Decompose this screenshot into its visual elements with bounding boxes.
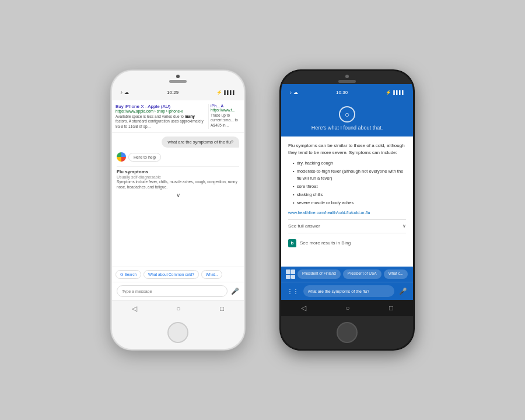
- cortana-suggestions: President of Finland President of USA Wh…: [281, 267, 413, 282]
- back-nav-black[interactable]: ◁: [301, 304, 306, 312]
- time-black: 10:30: [336, 90, 348, 95]
- cortana-tagline: Here's what I found about that.: [288, 125, 406, 131]
- see-full-label: See full answer: [288, 223, 320, 230]
- assistant-label: Here to help: [128, 153, 161, 162]
- status-bar-white: ♪☁ 10:29 ⚡▌▌▌▌: [112, 84, 244, 100]
- black-phone: ♪☁ 10:30 ⚡▌▌▌▌ ○ Here's what I found abo…: [280, 70, 414, 350]
- mic-icon-black[interactable]: 🎤: [399, 288, 407, 295]
- search-results-area: Buy iPhone X - Apple (AU) https://www.ap…: [112, 100, 244, 133]
- white-phone: ♪☁ 10:29 ⚡▌▌▌▌ Buy iPhone X - Apple (AU)…: [111, 70, 245, 350]
- google-assistant-logo: [117, 152, 126, 162]
- recents-nav-white[interactable]: □: [220, 304, 224, 313]
- mic-icon-white[interactable]: 🎤: [231, 288, 239, 295]
- cortana-intro: Flu symptoms can be similar to those of …: [288, 142, 406, 156]
- flu-card-sub: Usually self-diagnosable: [117, 175, 239, 179]
- cortana-input[interactable]: [303, 285, 394, 297]
- recents-nav-black[interactable]: □: [389, 304, 393, 312]
- home-button-area-black: [281, 316, 413, 349]
- bing-row[interactable]: b See more results in Bing: [288, 237, 406, 250]
- home-button-area-white: [112, 316, 244, 349]
- home-nav-black[interactable]: ○: [345, 304, 349, 312]
- nav-bar-white: ◁ ○ □: [112, 300, 244, 316]
- result-url-1: https://www.apple.com › shop › iphone-x: [116, 109, 206, 113]
- result-url-2: https://www.t...: [211, 108, 240, 112]
- user-message: what are the symptoms of the flu?: [162, 136, 239, 148]
- speaker-white: [169, 80, 187, 83]
- bullet-5: • severe muscle or body aches: [293, 200, 406, 206]
- status-bar-black: ♪☁ 10:30 ⚡▌▌▌▌: [281, 84, 413, 100]
- result-title-2[interactable]: iPh... A: [211, 104, 240, 108]
- bing-text: See more results in Bing: [300, 240, 351, 247]
- assistant-row: Here to help: [117, 152, 239, 162]
- camera-front-black: [345, 75, 349, 78]
- cortana-screen: ○ Here's what I found about that. Flu sy…: [281, 100, 413, 316]
- suggestion-chips: G Search What about Common cold? What...: [112, 267, 244, 282]
- flu-card: Flu symptoms Usually self-diagnosable Sy…: [117, 166, 239, 201]
- result-desc-2: Trade up to current sma... to A$485 in..…: [211, 113, 240, 128]
- google-g-icon: G: [120, 272, 123, 276]
- google-screen: Buy iPhone X - Apple (AU) https://www.ap…: [112, 100, 244, 300]
- cortana-logo: ○: [339, 106, 355, 123]
- suggestion-search[interactable]: G Search: [116, 270, 141, 279]
- flu-card-title: Flu symptoms: [117, 169, 239, 174]
- cortana-content: Flu symptoms can be similar to those of …: [281, 136, 413, 267]
- bullet-4: • shaking chills: [293, 191, 406, 198]
- time-white: 10:29: [167, 90, 178, 95]
- cortana-chip-2[interactable]: What c...: [384, 270, 408, 279]
- cortana-grid-nav[interactable]: ⋮⋮: [287, 288, 299, 295]
- home-button-black[interactable]: [337, 322, 358, 343]
- camera-front-white: [176, 75, 180, 78]
- grid-icon[interactable]: [286, 270, 295, 279]
- nav-bar-black: ◁ ○ □: [281, 300, 413, 316]
- healthline-link[interactable]: www.healthline.com/health/cold-flu/cold-…: [288, 210, 406, 216]
- cortana-chip-0[interactable]: President of Finland: [298, 270, 341, 279]
- suggestion-more[interactable]: What...: [201, 270, 223, 279]
- see-full-chevron: ∨: [402, 223, 406, 230]
- bullet-2: • moderate-to-high fever (although not e…: [293, 168, 406, 181]
- cortana-header: ○ Here's what I found about that.: [281, 100, 413, 136]
- speaker-black: [338, 80, 356, 83]
- bullet-1: • dry, hacking cough: [293, 160, 406, 166]
- back-nav-white[interactable]: ◁: [132, 304, 137, 313]
- home-nav-white[interactable]: ○: [176, 304, 180, 313]
- bing-icon: b: [288, 239, 296, 247]
- message-input-white[interactable]: [117, 285, 228, 297]
- bullet-3: • sore throat: [293, 183, 406, 190]
- see-full-answer[interactable]: See full answer ∨: [288, 219, 406, 233]
- home-button-white[interactable]: [167, 322, 188, 343]
- result-title-1[interactable]: Buy iPhone X - Apple (AU): [116, 104, 206, 109]
- suggestion-common-cold[interactable]: What about Common cold?: [144, 270, 199, 279]
- result-desc-1: Available space is less and varies due t…: [116, 114, 206, 129]
- cortana-input-bar: ⋮⋮ 🎤: [281, 282, 413, 300]
- bullet-list: • dry, hacking cough • moderate-to-high …: [288, 160, 406, 206]
- expand-chevron[interactable]: ∨: [117, 192, 239, 198]
- flu-card-desc: Symptoms include fever, chills, muscle a…: [117, 180, 239, 190]
- chat-area: what are the symptoms of the flu? Here t…: [112, 133, 244, 267]
- cortana-chip-1[interactable]: President of USA: [343, 270, 382, 279]
- input-bar-white: 🎤: [112, 282, 244, 300]
